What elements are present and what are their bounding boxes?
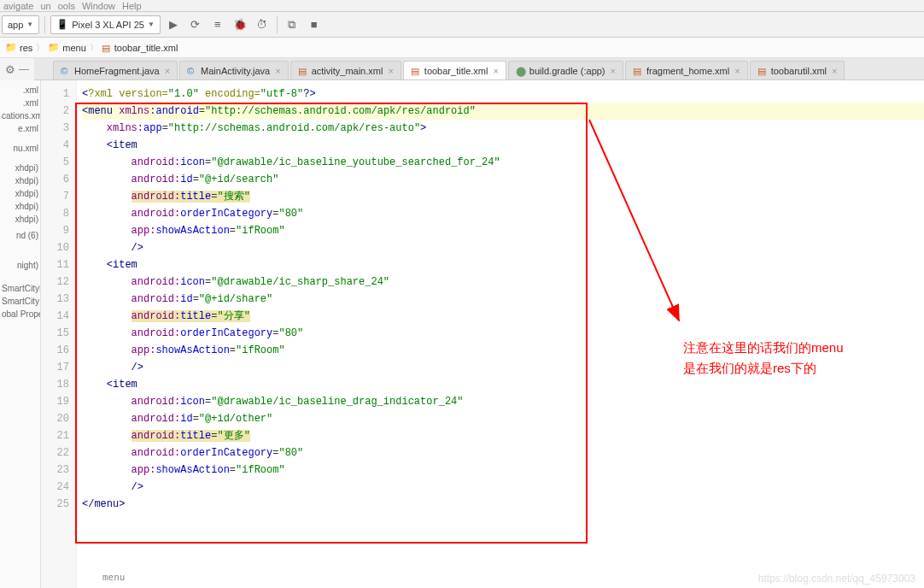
tab-label: MainActivity.java <box>201 66 270 76</box>
gear-icon[interactable]: ⚙ <box>5 63 15 76</box>
close-icon[interactable]: × <box>734 66 740 76</box>
editor-tab[interactable]: ©MainActivity.java× <box>179 61 289 79</box>
toolbar: app ▼ 📱 Pixel 3 XL API 25 ▼ ▶ ⟳ ≡ 🐞 ⏱ ⧉ … <box>0 12 924 38</box>
close-icon[interactable]: × <box>832 66 837 76</box>
code-line[interactable]: <?xml version="1.0" encoding="utf-8"?> <box>82 85 924 103</box>
code-line[interactable]: xmlns:app="http://schemas.android.com/ap… <box>82 120 924 137</box>
line-number: 11 <box>41 256 69 273</box>
code-line[interactable]: android:icon="@drawable/ic_sharp_share_2… <box>82 273 924 291</box>
code-line[interactable]: android:orderInCategory="80" <box>82 444 924 462</box>
code-line[interactable]: android:id="@+id/share" <box>82 291 924 308</box>
breadcrumb: 📁 res 〉 📁 menu 〉 ▤ toobar_title.xml <box>0 38 924 58</box>
apply-changes-button[interactable]: ⟳ <box>186 15 205 34</box>
collapse-icon[interactable]: — <box>19 63 29 75</box>
project-tree-item[interactable]: nd (6) <box>2 229 38 242</box>
chevron-down-icon: ▼ <box>148 21 155 28</box>
breadcrumb-item[interactable]: 📁 res <box>5 42 32 53</box>
project-tree-item[interactable]: obal Prope <box>2 308 38 320</box>
close-icon[interactable]: × <box>275 66 280 76</box>
project-tree-item[interactable]: xhdpi) <box>2 174 38 187</box>
java-file-icon: © <box>187 66 197 76</box>
project-tree-item[interactable]: xhdpi) <box>2 213 38 226</box>
line-number: 21 <box>41 427 69 444</box>
xml-file-icon: ▤ <box>633 66 643 76</box>
module-dropdown[interactable]: app ▼ <box>2 15 39 34</box>
line-number: 25 <box>41 496 69 513</box>
folder-icon: 📁 <box>48 42 60 53</box>
menu-item[interactable]: un <box>40 1 50 11</box>
chevron-down-icon: ▼ <box>26 21 33 28</box>
editor-tab[interactable]: ▤activity_main.xml× <box>290 61 401 79</box>
code-line[interactable]: android:id="@+id/search" <box>82 171 924 188</box>
code-line[interactable]: app:showAsAction="ifRoom" <box>82 462 924 479</box>
project-tree-item[interactable]: SmartCity <box>2 295 38 308</box>
project-tree-item[interactable]: nu.xml <box>2 142 38 155</box>
debug-button[interactable]: 🐞 <box>231 15 249 34</box>
code-line[interactable]: android:title="分享" <box>82 308 924 325</box>
project-tree-item[interactable]: .xml <box>2 84 38 97</box>
tag-breadcrumb[interactable]: menu <box>102 572 126 583</box>
editor-tab[interactable]: ▤toobarutil.xml× <box>750 61 845 79</box>
close-icon[interactable]: × <box>388 66 393 76</box>
line-number: 20 <box>41 410 69 427</box>
editor-tab[interactable]: ©HomeFragment.java× <box>53 61 178 79</box>
code-line[interactable]: <menu xmlns:android="http://schemas.andr… <box>82 103 924 120</box>
xml-file-icon: ▤ <box>757 66 768 76</box>
stop-button[interactable]: ■ <box>305 15 324 34</box>
tab-label: build.gradle (:app) <box>529 66 605 76</box>
chevron-right-icon: 〉 <box>90 42 98 54</box>
code-line[interactable]: android:orderInCategory="80" <box>82 205 924 222</box>
menu-item[interactable]: avigate <box>3 1 33 11</box>
annotation-text: 注意在这里的话我们的menu 是在我们的就是res下的 <box>683 338 844 379</box>
device-dropdown-label: Pixel 3 XL API 25 <box>72 20 144 30</box>
instant-run-button[interactable]: ≡ <box>208 15 227 34</box>
breadcrumb-item[interactable]: 📁 menu <box>48 42 86 53</box>
profile-button[interactable]: ⏱ <box>253 15 272 34</box>
code-line[interactable]: </menu> <box>82 496 924 513</box>
editor-tabs: ⚙ — ©HomeFragment.java×©MainActivity.jav… <box>0 58 924 80</box>
code-line[interactable]: /> <box>82 479 924 496</box>
run-button[interactable]: ▶ <box>164 15 183 34</box>
code-line[interactable]: app:showAsAction="ifRoom" <box>82 222 924 239</box>
code-line[interactable]: android:id="@+id/other" <box>82 410 924 427</box>
line-number: 13 <box>41 291 69 308</box>
code-line[interactable]: <item <box>82 256 924 273</box>
project-tree-item[interactable]: night) <box>2 259 38 272</box>
line-number: 5 <box>41 154 69 171</box>
main-area: .xml.xmlcations.xme.xmlnu.xmlxhdpi)xhdpi… <box>0 80 924 588</box>
project-tree-item[interactable]: .xml <box>2 97 38 109</box>
device-dropdown[interactable]: 📱 Pixel 3 XL API 25 ▼ <box>50 15 161 34</box>
project-tree-item[interactable]: SmartCityE <box>2 282 38 295</box>
menu-item[interactable]: Help <box>122 1 142 11</box>
code-line[interactable]: android:title="更多" <box>82 427 924 444</box>
close-icon[interactable]: × <box>493 66 498 76</box>
code-editor[interactable]: 1234567891011121314151617181920212223242… <box>41 80 924 588</box>
menu-item[interactable]: ools <box>58 1 75 11</box>
breadcrumb-item[interactable]: ▤ toobar_title.xml <box>102 43 178 53</box>
line-number: 12 <box>41 273 69 291</box>
close-icon[interactable]: × <box>611 66 616 76</box>
menu-item[interactable]: Window <box>82 1 115 11</box>
code-content[interactable]: <?xml version="1.0" encoding="utf-8"?><m… <box>77 80 924 588</box>
code-line[interactable]: android:title="搜索" <box>82 188 924 205</box>
phone-icon: 📱 <box>56 19 68 30</box>
project-tree-item[interactable]: xhdpi) <box>2 162 38 174</box>
editor-tab[interactable]: ▤fragment_home.xml× <box>625 61 748 79</box>
tab-label: toobar_title.xml <box>424 66 488 76</box>
project-tree-item[interactable]: e.xml <box>2 122 38 135</box>
watermark: https://blog.csdn.net/qq_45973003 <box>758 573 915 585</box>
code-line[interactable]: /> <box>82 239 924 256</box>
close-icon[interactable]: × <box>165 66 170 76</box>
code-line[interactable]: <item <box>82 137 924 154</box>
code-line[interactable]: android:icon="@drawable/ic_baseline_drag… <box>82 393 924 410</box>
code-line[interactable]: android:icon="@drawable/ic_baseline_yout… <box>82 154 924 171</box>
attach-debugger-button[interactable]: ⧉ <box>283 15 301 34</box>
project-tree-item[interactable]: xhdpi) <box>2 187 38 200</box>
editor-tab[interactable]: ▤toobar_title.xml× <box>403 61 506 79</box>
project-tree-item[interactable]: cations.xm <box>2 109 38 122</box>
tab-label: activity_main.xml <box>312 66 383 76</box>
project-tree-item[interactable]: xhdpi) <box>2 200 38 213</box>
code-line[interactable]: <item <box>82 376 924 393</box>
project-sidebar[interactable]: .xml.xmlcations.xme.xmlnu.xmlxhdpi)xhdpi… <box>0 80 41 588</box>
editor-tab[interactable]: ⬤build.gradle (:app)× <box>508 61 623 79</box>
